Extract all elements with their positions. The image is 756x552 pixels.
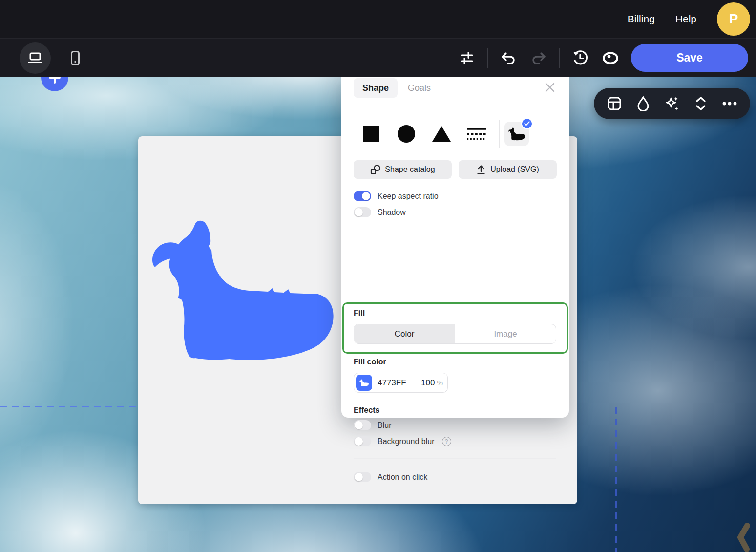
device-toggle-group <box>20 42 91 74</box>
fill-color-segment[interactable]: Color <box>354 324 455 343</box>
preview-button[interactable] <box>601 48 620 68</box>
panel-divider <box>354 458 556 459</box>
editor-toolbar: Save <box>0 38 756 77</box>
shape-picker <box>354 118 557 149</box>
editor-page: Billing Help P <box>0 0 756 552</box>
shadow-row: Shadow <box>354 207 406 217</box>
shape-catalog-label: Shape catalog <box>385 165 435 174</box>
eye-icon <box>601 52 620 64</box>
close-icon <box>544 82 556 93</box>
shape-square-option[interactable] <box>354 125 389 143</box>
history-icon <box>572 50 588 66</box>
opacity-value: 100 <box>421 378 435 388</box>
opacity-input[interactable]: 100 % <box>415 378 443 388</box>
toggle-knob <box>355 473 363 481</box>
shape-catalog-button[interactable]: Shape catalog <box>354 160 452 179</box>
shape-whale-option-selected[interactable] <box>504 122 529 146</box>
background-chevron <box>735 523 750 552</box>
billing-link[interactable]: Billing <box>628 13 655 25</box>
action-on-click-label: Action on click <box>378 473 427 482</box>
whale-shape[interactable] <box>150 220 334 363</box>
whale-icon <box>508 127 525 141</box>
selected-check-badge <box>521 118 533 129</box>
toggle-knob <box>355 421 363 429</box>
fill-label: Fill <box>354 309 365 318</box>
tune-icon <box>459 51 475 65</box>
horizontal-guide <box>0 406 138 407</box>
upload-icon <box>476 165 486 175</box>
tab-goals[interactable]: Goals <box>399 78 440 98</box>
layout-icon[interactable] <box>606 95 623 112</box>
fill-color-control: 4773FF 100 % <box>354 373 448 393</box>
fill-type-segmented-control: Color Image <box>354 324 556 344</box>
upload-svg-label: Upload (SVG) <box>490 165 539 174</box>
settings-sliders-button[interactable] <box>457 48 477 68</box>
hex-value-input[interactable]: 4773FF <box>378 378 415 388</box>
lines-icon <box>466 127 487 140</box>
effects-label: Effects <box>354 406 379 415</box>
blur-label: Blur <box>378 421 391 430</box>
save-button[interactable]: Save <box>631 44 748 72</box>
shapes-catalog-icon <box>370 165 380 175</box>
avatar-initial: P <box>729 11 738 27</box>
more-icon[interactable] <box>721 95 738 112</box>
toggle-knob <box>355 208 363 216</box>
toggle-knob <box>355 437 363 446</box>
redo-icon <box>531 51 546 65</box>
blur-toggle[interactable] <box>354 420 371 430</box>
shadow-toggle[interactable] <box>354 207 371 217</box>
section-toolbar <box>594 88 750 119</box>
toggle-knob <box>362 192 370 200</box>
shape-settings-panel: Shape Goals <box>341 67 569 418</box>
shape-lines-option[interactable] <box>459 127 494 140</box>
keep-aspect-label: Keep aspect ratio <box>378 192 439 201</box>
background-blur-row: Background blur ? <box>354 436 451 446</box>
avatar[interactable]: P <box>717 2 750 36</box>
opacity-unit: % <box>437 379 442 387</box>
reorder-icon[interactable] <box>693 95 709 112</box>
square-icon <box>362 125 380 143</box>
sparkles-icon[interactable] <box>664 95 680 112</box>
blur-row: Blur <box>354 420 391 430</box>
shape-triangle-option[interactable] <box>424 126 459 142</box>
shape-picker-divider <box>499 120 500 148</box>
action-on-click-row: Action on click <box>354 472 427 482</box>
circle-icon <box>397 125 416 143</box>
fill-image-segment[interactable]: Image <box>455 324 556 343</box>
background-blur-label: Background blur <box>378 437 435 446</box>
water-drop-icon[interactable] <box>635 95 651 112</box>
background-blur-toggle[interactable] <box>354 436 371 446</box>
top-bar: Billing Help P <box>0 0 756 38</box>
help-icon[interactable]: ? <box>442 437 451 446</box>
tab-shape[interactable]: Shape <box>354 78 398 98</box>
toolbar-actions: Save <box>457 39 748 77</box>
vertical-guide <box>615 407 617 552</box>
keep-aspect-row: Keep aspect ratio <box>354 191 439 201</box>
undo-button[interactable] <box>499 48 518 68</box>
help-link[interactable]: Help <box>675 13 696 25</box>
whale-glyph-icon <box>359 379 369 386</box>
color-swatch[interactable] <box>356 375 372 391</box>
toolbar-separator <box>487 48 488 68</box>
shape-circle-option[interactable] <box>389 125 424 143</box>
phone-icon <box>70 50 80 66</box>
undo-icon <box>501 51 516 65</box>
toolbar-separator <box>559 48 560 68</box>
laptop-icon <box>27 52 43 64</box>
upload-svg-button[interactable]: Upload (SVG) <box>459 160 557 179</box>
triangle-icon <box>432 126 451 142</box>
mobile-view-button[interactable] <box>60 42 91 74</box>
history-button[interactable] <box>570 48 590 68</box>
redo-button[interactable] <box>529 48 548 68</box>
keep-aspect-toggle[interactable] <box>354 191 371 201</box>
fill-color-label: Fill color <box>354 358 386 366</box>
shadow-label: Shadow <box>378 208 406 217</box>
desktop-view-button[interactable] <box>20 42 51 74</box>
shape-source-buttons: Shape catalog Upload (SVG) <box>354 160 557 179</box>
action-on-click-toggle[interactable] <box>354 472 371 482</box>
close-panel-button[interactable] <box>543 80 557 95</box>
